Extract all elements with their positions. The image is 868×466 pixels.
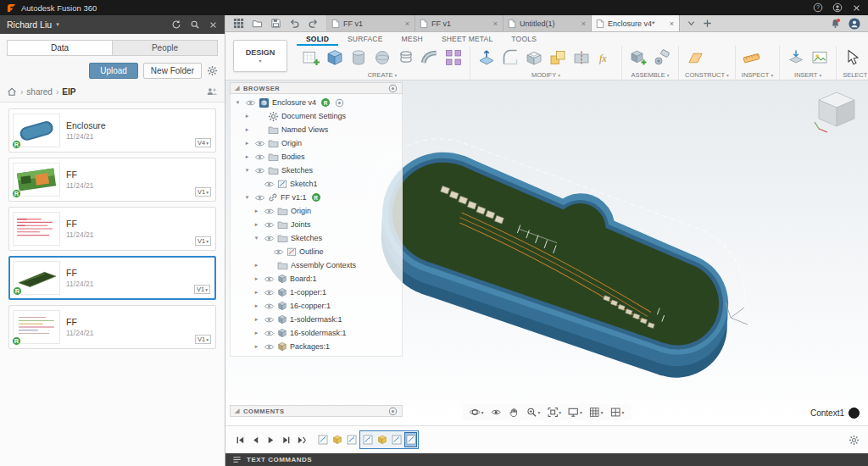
browser-tree-item[interactable]: Sketch1: [231, 177, 402, 191]
document-tab[interactable]: FF v1×: [415, 15, 504, 31]
expand-arrow-icon[interactable]: ▸: [243, 113, 251, 119]
select-tool[interactable]: [843, 47, 863, 68]
version-badge[interactable]: V1▾: [195, 236, 211, 246]
undo-icon[interactable]: [289, 18, 300, 29]
refresh-icon[interactable]: [171, 19, 181, 30]
timeline-feature-sketch[interactable]: [390, 432, 403, 447]
ribbon-tab-sheet-metal[interactable]: SHEET METAL: [432, 32, 502, 46]
measure-tool[interactable]: [742, 47, 762, 68]
context-avatar[interactable]: [849, 408, 860, 419]
cylinder-tool[interactable]: [348, 47, 369, 68]
document-tab[interactable]: Enclosure v4*×: [592, 15, 680, 31]
visibility-eye-icon[interactable]: [272, 248, 284, 256]
tab-data[interactable]: Data: [8, 41, 112, 55]
visibility-eye-icon[interactable]: [263, 180, 275, 188]
press-pull-tool[interactable]: [476, 47, 497, 68]
file-card[interactable]: RFF11/24/21V1▾: [8, 256, 216, 300]
box-tool[interactable]: [325, 47, 345, 68]
visibility-eye-icon[interactable]: [253, 167, 265, 175]
browser-tree-item[interactable]: ▸Assembly Contexts: [231, 258, 402, 272]
notifications-icon[interactable]: [830, 18, 841, 29]
browser-tree-item[interactable]: ▸16-copper:1: [231, 299, 402, 313]
visibility-eye-icon[interactable]: [263, 343, 275, 351]
panel-grip-icon[interactable]: ◢: [235, 408, 240, 414]
document-tab[interactable]: Untitled(1)×: [504, 15, 592, 31]
expand-arrow-icon[interactable]: ▸: [253, 343, 260, 350]
home-icon[interactable]: [7, 86, 17, 97]
visibility-eye-icon[interactable]: [253, 140, 265, 147]
step-forward-button[interactable]: [280, 434, 292, 447]
browser-tree-item[interactable]: ▸1-soldermask:1: [231, 313, 402, 326]
expand-arrow-icon[interactable]: ▸: [253, 262, 260, 269]
timeline-feature-component[interactable]: [376, 432, 388, 447]
browser-tree-item[interactable]: ▸Origin: [231, 204, 402, 218]
close-tab-icon[interactable]: ×: [669, 19, 675, 28]
activate-component-radio-icon[interactable]: [335, 98, 344, 108]
combine-tool[interactable]: [548, 47, 568, 68]
browser-tree-item[interactable]: ▸16-soldermask:1: [231, 326, 402, 340]
timeline-feature-sketch[interactable]: [404, 432, 417, 447]
display-settings-button[interactable]: ▾: [566, 406, 584, 419]
document-tab[interactable]: FF v1×: [327, 15, 415, 31]
ribbon-tab-mesh[interactable]: MESH: [392, 32, 432, 46]
browser-tree-item[interactable]: ▸Bodies: [231, 150, 402, 164]
fit-view-button[interactable]: ▾: [545, 406, 563, 419]
pan-button[interactable]: [506, 406, 520, 419]
expand-arrow-icon[interactable]: ▾: [234, 99, 242, 106]
ribbon-group-label[interactable]: MODIFY▾: [476, 69, 615, 80]
create-sketch-tool[interactable]: [301, 47, 321, 68]
text-commands-bar[interactable]: TEXT COMMANDS: [225, 453, 868, 466]
visibility-eye-icon[interactable]: [263, 275, 275, 283]
browser-tree-item[interactable]: ▸Origin: [231, 136, 402, 150]
account-icon[interactable]: [832, 3, 843, 13]
look-at-button[interactable]: [488, 406, 503, 419]
joint-tool[interactable]: [652, 47, 672, 68]
expand-arrow-icon[interactable]: ▸: [243, 140, 251, 147]
new-component-tool[interactable]: [628, 47, 648, 68]
user-dropdown-caret-icon[interactable]: ▾: [56, 21, 59, 28]
browser-tree-item[interactable]: ▸1-copper:1: [231, 286, 402, 299]
visibility-eye-icon[interactable]: [253, 194, 265, 202]
browser-tree-item[interactable]: Outline: [231, 245, 402, 258]
expand-arrow-icon[interactable]: ▸: [253, 275, 260, 282]
expand-arrow-icon[interactable]: ▸: [243, 153, 251, 160]
skip-start-button[interactable]: [234, 434, 247, 447]
visibility-eye-icon[interactable]: [263, 316, 275, 324]
visibility-eye-icon[interactable]: [263, 330, 275, 337]
browser-tree-item[interactable]: ▸Named Views: [231, 123, 402, 136]
browser-tree-item[interactable]: ▸Packages:1: [231, 340, 402, 353]
fillet-tool[interactable]: [500, 47, 520, 68]
panel-grip-icon[interactable]: ◢: [235, 85, 240, 92]
construction-plane-tool[interactable]: [685, 47, 705, 68]
expand-arrow-icon[interactable]: ▾: [253, 235, 260, 241]
expand-arrow-icon[interactable]: ▾: [243, 167, 251, 174]
viewports-button[interactable]: ▾: [609, 406, 626, 419]
split-body-tool[interactable]: [571, 47, 592, 68]
file-card[interactable]: REnclosure11/24/21V4▾: [8, 108, 216, 153]
expand-arrow-icon[interactable]: ▸: [253, 316, 260, 323]
file-card[interactable]: RFF11/24/21V1▾: [8, 158, 216, 202]
timeline-feature-component[interactable]: [331, 432, 343, 447]
visibility-eye-icon[interactable]: [263, 221, 275, 229]
visibility-eye-icon[interactable]: [244, 99, 256, 107]
new-tab-icon[interactable]: [703, 19, 712, 28]
people-icon[interactable]: [206, 86, 218, 97]
ribbon-group-label[interactable]: INSPECT▾: [742, 69, 773, 80]
comments-header[interactable]: ◢ COMMENTS: [230, 405, 403, 417]
expand-arrow-icon[interactable]: ▸: [253, 302, 260, 309]
ribbon-tab-tools[interactable]: TOOLS: [502, 32, 546, 46]
expand-arrow-icon[interactable]: ▾: [243, 194, 251, 201]
ribbon-group-label[interactable]: INSERT▾: [786, 69, 830, 80]
expand-arrow-icon[interactable]: ▸: [253, 330, 260, 336]
coil-tool[interactable]: [396, 47, 416, 68]
breadcrumb-root[interactable]: shared: [26, 87, 53, 97]
version-badge[interactable]: V4▾: [195, 138, 211, 147]
pipe-tool[interactable]: [420, 47, 440, 68]
timeline-settings-gear-icon[interactable]: [849, 435, 860, 446]
close-tab-icon[interactable]: ×: [581, 19, 587, 28]
view-cube[interactable]: [812, 87, 861, 138]
browser-tree-item[interactable]: ▾Enclosure v4R: [231, 96, 402, 109]
browser-tree-item[interactable]: ▸Joints: [231, 218, 402, 231]
expand-arrow-icon[interactable]: ▸: [253, 289, 260, 296]
avatar-icon[interactable]: [849, 18, 860, 30]
